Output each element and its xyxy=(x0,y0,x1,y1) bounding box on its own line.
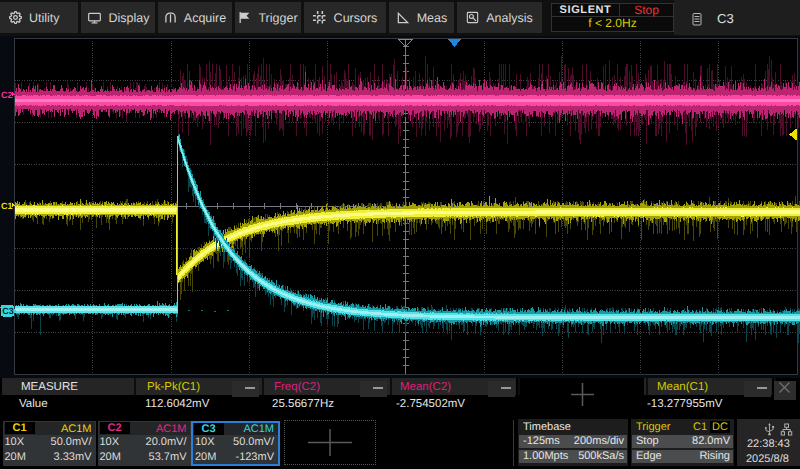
svg-text:C1: C1 xyxy=(1,201,13,211)
svg-text:C2: C2 xyxy=(1,90,13,100)
svg-text:C3: C3 xyxy=(2,306,14,316)
